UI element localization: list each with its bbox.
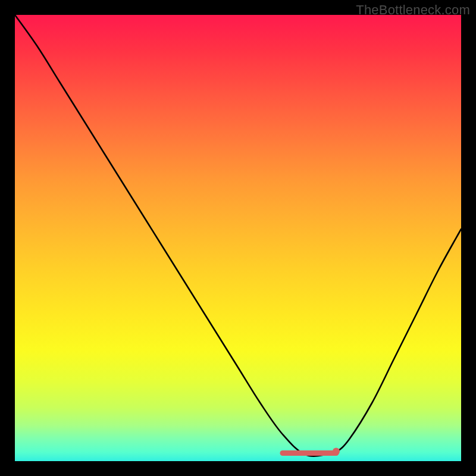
flat-region-end-marker [333,448,340,455]
chart-frame: TheBottleneck.com [0,0,476,476]
bottleneck-curve-path [15,15,461,456]
chart-plot-area [15,15,461,461]
chart-svg [15,15,461,461]
